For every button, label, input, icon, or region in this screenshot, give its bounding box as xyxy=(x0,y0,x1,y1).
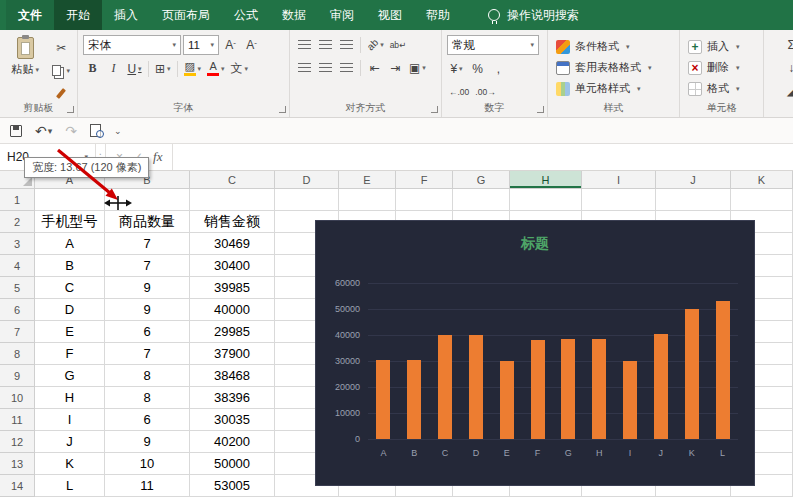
chart-title[interactable]: 标题 xyxy=(316,235,754,253)
tell-me-search[interactable]: 操作说明搜索 xyxy=(488,0,579,30)
styles-button-0[interactable]: 条件格式▾ xyxy=(553,37,674,56)
alignment-dialog-launcher-icon[interactable] xyxy=(431,106,438,113)
row-header-10[interactable]: 10 xyxy=(0,387,35,409)
bar-C[interactable] xyxy=(438,335,452,439)
cell-I1[interactable] xyxy=(582,189,656,211)
cell-C10[interactable]: 38396 xyxy=(190,387,275,409)
tab-公式[interactable]: 公式 xyxy=(222,0,270,30)
bar-G[interactable] xyxy=(561,339,575,439)
increase-indent-button[interactable]: ⇥ xyxy=(386,58,405,77)
tab-数据[interactable]: 数据 xyxy=(270,0,318,30)
orientation-button[interactable]: ab▾ xyxy=(365,35,386,54)
cell-B5[interactable]: 9 xyxy=(105,277,190,299)
align-top-button[interactable] xyxy=(295,35,314,54)
autosum-button[interactable]: Σ▾ xyxy=(769,35,793,54)
decrease-indent-button[interactable]: ⇤ xyxy=(365,58,384,77)
fill-color-button[interactable]: ▨▾ xyxy=(182,59,204,78)
bar-E[interactable] xyxy=(500,361,514,439)
number-format-combo[interactable]: 常规▾ xyxy=(447,35,539,55)
undo-button[interactable]: ↶▾ xyxy=(35,124,52,138)
cell-B4[interactable]: 7 xyxy=(105,255,190,277)
formula-input[interactable] xyxy=(173,144,793,170)
cell-C11[interactable]: 30035 xyxy=(190,409,275,431)
number-dialog-launcher-icon[interactable] xyxy=(537,106,544,113)
column-header-F[interactable]: F xyxy=(396,171,453,189)
cell-A9[interactable]: G xyxy=(35,365,105,387)
cell-C12[interactable]: 40200 xyxy=(190,431,275,453)
row-header-8[interactable]: 8 xyxy=(0,343,35,365)
cell-A5[interactable]: C xyxy=(35,277,105,299)
cell-D1[interactable] xyxy=(275,189,339,211)
cell-G1[interactable] xyxy=(453,189,510,211)
tab-插入[interactable]: 插入 xyxy=(102,0,150,30)
cell-B1[interactable] xyxy=(105,189,190,211)
column-header-K[interactable]: K xyxy=(731,171,793,189)
cell-B14[interactable]: 11 xyxy=(105,475,190,497)
column-header-J[interactable]: J xyxy=(656,171,731,189)
cell-A4[interactable]: B xyxy=(35,255,105,277)
cell-A11[interactable]: I xyxy=(35,409,105,431)
row-header-5[interactable]: 5 xyxy=(0,277,35,299)
fill-button[interactable]: ↓▾ xyxy=(769,58,793,77)
row-header-7[interactable]: 7 xyxy=(0,321,35,343)
cell-A3[interactable]: A xyxy=(35,233,105,255)
row-header-11[interactable]: 11 xyxy=(0,409,35,431)
chart[interactable]: 标题 0100002000030000400005000060000ABCDEF… xyxy=(315,220,755,486)
cell-C8[interactable]: 37900 xyxy=(190,343,275,365)
cell-B10[interactable]: 8 xyxy=(105,387,190,409)
cell-B13[interactable]: 10 xyxy=(105,453,190,475)
cell-B8[interactable]: 7 xyxy=(105,343,190,365)
cells-button-1[interactable]: 删除▾ xyxy=(685,58,758,77)
column-header-H[interactable]: H xyxy=(510,171,582,189)
decrease-decimal-button[interactable]: .00→ xyxy=(473,82,497,101)
cell-B9[interactable]: 8 xyxy=(105,365,190,387)
cell-A1[interactable] xyxy=(35,189,105,211)
cell-C3[interactable]: 30469 xyxy=(190,233,275,255)
comma-style-button[interactable]: , xyxy=(489,59,508,78)
styles-button-1[interactable]: 套用表格格式▾ xyxy=(553,58,674,77)
row-header-14[interactable]: 14 xyxy=(0,475,35,497)
percent-style-button[interactable]: % xyxy=(468,59,487,78)
decrease-font-size-button[interactable]: Aˇ xyxy=(242,36,261,55)
align-middle-button[interactable] xyxy=(316,35,335,54)
align-left-button[interactable] xyxy=(295,58,314,77)
bar-L[interactable] xyxy=(716,301,730,439)
bar-B[interactable] xyxy=(407,360,421,439)
cell-A13[interactable]: K xyxy=(35,453,105,475)
cell-C2[interactable]: 销售金额 xyxy=(190,211,275,233)
font-size-combo[interactable]: 11▾ xyxy=(183,35,219,55)
cell-A10[interactable]: H xyxy=(35,387,105,409)
cell-B11[interactable]: 6 xyxy=(105,409,190,431)
row-header-13[interactable]: 13 xyxy=(0,453,35,475)
redo-button[interactable]: ↷ xyxy=(65,124,77,138)
tab-页面布局[interactable]: 页面布局 xyxy=(150,0,222,30)
row-header-6[interactable]: 6 xyxy=(0,299,35,321)
font-name-combo[interactable]: 宋体▾ xyxy=(83,35,181,55)
cell-A14[interactable]: L xyxy=(35,475,105,497)
bold-button[interactable]: B xyxy=(83,59,102,78)
styles-button-2[interactable]: 单元格样式▾ xyxy=(553,79,674,98)
font-color-button[interactable]: A▾ xyxy=(205,59,227,78)
bar-H[interactable] xyxy=(592,339,606,439)
save-button[interactable] xyxy=(10,125,22,137)
cell-J1[interactable] xyxy=(656,189,731,211)
cell-B6[interactable]: 9 xyxy=(105,299,190,321)
cell-E1[interactable] xyxy=(339,189,396,211)
row-header-2[interactable]: 2 xyxy=(0,211,35,233)
customize-qat-button[interactable]: ⌄ xyxy=(114,126,122,136)
paste-button[interactable]: 粘贴▾ xyxy=(5,35,45,103)
cell-C7[interactable]: 29985 xyxy=(190,321,275,343)
phonetic-guide-button[interactable]: 文▾ xyxy=(229,59,251,78)
cell-B7[interactable]: 6 xyxy=(105,321,190,343)
cell-A8[interactable]: F xyxy=(35,343,105,365)
bar-A[interactable] xyxy=(376,360,390,439)
increase-font-size-button[interactable]: Aˆ xyxy=(221,36,240,55)
cell-B2[interactable]: 商品数量 xyxy=(105,211,190,233)
bar-D[interactable] xyxy=(469,335,483,439)
tab-审阅[interactable]: 审阅 xyxy=(318,0,366,30)
wrap-text-button[interactable]: ab↵ xyxy=(388,35,409,54)
row-header-3[interactable]: 3 xyxy=(0,233,35,255)
bar-K[interactable] xyxy=(685,309,699,439)
cell-F1[interactable] xyxy=(396,189,453,211)
bar-J[interactable] xyxy=(654,334,668,439)
